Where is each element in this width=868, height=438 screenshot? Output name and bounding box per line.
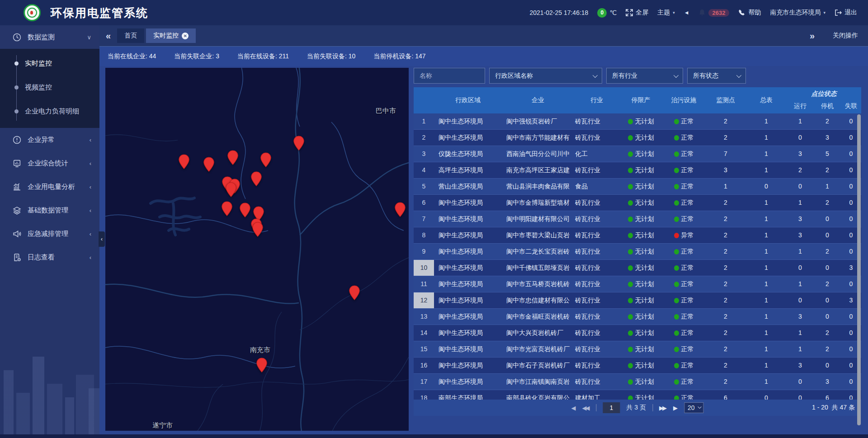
map-marker-pin[interactable] [293,136,305,151]
table-row[interactable]: 17 阆中生态环境局 阆中市江南镇阆南页岩 砖瓦行业 无计划 正常 2 1 0 [414,374,861,390]
name-search-input[interactable]: 名称 [414,68,485,84]
table-row[interactable]: 13 阆中生态环境局 阆中市金福旺页岩机砖 砖瓦行业 无计划 正常 2 1 3 [414,309,861,325]
logout-button[interactable]: 退出 [835,9,857,17]
map-marker-pin[interactable] [221,201,233,217]
pagination-first-icon[interactable]: ◀ [571,405,576,411]
status-dot-green [628,119,633,124]
sidebar-item-base-data-management[interactable]: 基础数据管理 ‹ [0,198,99,222]
app-header: 环保用电监管系统 2021-02-25 17:46:18 0 ℃ 全屏 主题 ▾… [0,0,868,25]
chevron-left-icon: ‹ [90,254,91,261]
pagination-next-icon[interactable]: ▶▶ [659,405,667,411]
table-row[interactable]: 11 阆中生态环境局 阆中市五马桥页岩机砖 砖瓦行业 无计划 正常 2 1 1 [414,276,861,292]
chevron-left-icon: ‹ [90,184,91,190]
map-marker-pin[interactable] [252,222,264,237]
status-dot [674,314,679,320]
fullscreen-icon [626,9,633,16]
table-row[interactable]: 2 阆中生态环境局 阆中市南方节能建材有 砖瓦行业 无计划 正常 2 1 0 [414,130,861,146]
sidebar-item-enterprise-abnormal[interactable]: 企业异常 ‹ [0,128,99,151]
status-dot [674,119,679,124]
map-marker-pin[interactable] [227,150,239,165]
status-dot [674,233,679,238]
status-dot-green [628,265,633,271]
map-marker-pin[interactable] [256,358,268,373]
status-dot [674,135,679,141]
page-size-select[interactable]: 20 [684,402,704,413]
status-select[interactable]: 所有状态 [687,68,746,84]
tab-home[interactable]: 首页 [117,28,144,43]
bottom-edge-strip [0,434,868,438]
close-icon[interactable]: ✕ [182,33,189,39]
close-operations-button[interactable]: 关闭操作 [833,32,858,40]
org-menu[interactable]: 南充市生态环境局 ▾ [770,9,826,17]
table-row[interactable]: 3 仪陇生态环境局 西南油气田分公司川中 化工 无计划 正常 7 1 3 [414,146,861,162]
sidebar-item-video-monitor[interactable]: 视频监控 [0,75,99,99]
divider [652,404,653,411]
chevron-down-icon: ▾ [823,10,826,15]
table-row[interactable]: 9 阆中生态环境局 阆中市二龙长宝页岩砖 砖瓦行业 无计划 正常 2 1 1 [414,244,861,260]
region-select[interactable]: 行政区域名称 [489,68,602,84]
stat-item: 当前失联企业: 3 [174,52,219,61]
status-dot [674,168,679,173]
map-marker-pin[interactable] [239,203,251,218]
page-number-input[interactable]: 1 [603,402,620,413]
sidebar-collapse-handle[interactable]: ‹ [99,231,105,247]
sidebar-item-power-usage-analysis[interactable]: 企业用电量分析 ‹ [0,175,99,198]
chevron-left-icon: ‹ [90,207,91,214]
pagination-last-icon[interactable]: ▶ [673,405,678,411]
chart-icon [13,183,21,191]
fullscreen-button[interactable]: 全屏 [626,9,648,17]
sidebar-item-log-view[interactable]: 日志查看 ‹ [0,245,99,269]
col-running: 运行 [787,99,814,113]
table-row[interactable]: 15 阆中生态环境局 阆中市光富页岩机砖厂 砖瓦行业 无计划 正常 2 1 1 [414,341,861,358]
tab-realtime-monitor[interactable]: 实时监控 ✕ [146,28,196,43]
table-row[interactable]: 8 阆中生态环境局 阆中市枣碧大梁山页岩 砖瓦行业 无计划 异常 2 1 3 [414,227,861,244]
sidebar-item-power-load-detail[interactable]: 企业电力负荷明细 [0,99,99,123]
tabs-scroll-right-icon[interactable]: » [803,31,821,41]
status-dot [674,151,679,157]
stats-board-icon [13,159,21,168]
table-row[interactable]: 4 高坪生态环境局 南充市高坪区王家店建 砖瓦行业 无计划 正常 3 1 2 [414,162,861,179]
map-marker-pin[interactable] [178,154,190,170]
table-row[interactable]: 5 营山生态环境局 营山县润丰肉食品有限 食品 无计划 正常 1 0 0 [414,179,861,195]
table-row[interactable]: 14 阆中生态环境局 阆中大兴页岩机砖厂 砖瓦行业 无计划 正常 2 1 1 [414,325,861,341]
sidebar-item-data-monitoring[interactable]: 数据监测 ∨ [0,25,99,49]
map-marker-pin[interactable] [203,157,215,172]
col-region: 行政区域 [434,87,502,113]
stat-item: 当前在线企业: 44 [108,52,156,61]
sidebar-item-realtime-monitor[interactable]: 实时监控 [0,52,99,75]
sidebar-item-enterprise-statistics[interactable]: 企业综合统计 ‹ [0,151,99,175]
map-city-label: 遂宁市 [152,421,173,430]
table-row[interactable]: 12 阆中生态环境局 阆中市忠信建材有限公 砖瓦行业 无计划 正常 2 1 0 [414,292,861,309]
map-panel[interactable]: 巴中市南充市遂宁市 [105,68,409,431]
notifications[interactable]: 2632 [698,9,730,17]
table-row[interactable]: 16 阆中生态环境局 阆中市石子页岩机砖厂 砖瓦行业 无计划 正常 2 1 3 [414,358,861,374]
table-scrollbar[interactable] [857,114,861,425]
map-city-label: 南充市 [250,346,270,354]
map-marker-pin[interactable] [260,152,272,168]
table-row[interactable]: 6 阆中生态环境局 阆中市金博瑞新型墙材 砖瓦行业 无计划 正常 2 1 1 [414,195,861,211]
sidebar-item-emergency-reduction[interactable]: 应急减排管理 ‹ [0,222,99,245]
divider [596,404,596,411]
status-dot-green [628,379,633,385]
map-marker-pin[interactable] [349,285,360,301]
table-row[interactable]: 18 南部生态环境局 南部县砖化页岩有限公 建材加工 无计划 正常 6 0 0 [414,390,861,400]
map-marker-pin[interactable] [225,182,237,198]
pagination-prev-icon[interactable]: ◀◀ [582,405,590,411]
map-roads-decoration [105,68,409,431]
table-row[interactable]: 10 阆中生态环境局 阆中千佛镇五郎垭页岩 砖瓦行业 无计划 正常 2 1 0 [414,260,861,276]
theme-menu[interactable]: 主题 ▾ [657,9,675,17]
table-row[interactable]: 7 阆中生态环境局 阆中明阳建材有限公司 砖瓦行业 无计划 正常 2 1 3 [414,211,861,227]
tabs-scroll-left-icon[interactable]: « [99,31,117,41]
help-button[interactable]: 帮助 [738,9,761,17]
map-marker-pin[interactable] [250,171,262,187]
table-row[interactable]: 1 阆中生态环境局 阆中强锐页岩砖厂 砖瓦行业 无计划 正常 2 1 1 [414,113,861,130]
status-dot [674,298,679,303]
status-dot [674,379,679,385]
sound-toggle[interactable]: ◄ [684,9,689,16]
col-industry: 行业 [574,87,619,113]
map-marker-pin[interactable] [394,202,406,217]
industry-select[interactable]: 所有行业 [606,68,683,84]
status-dot [674,249,679,254]
col-offline: 失联 [841,99,861,113]
status-dot-green [628,396,633,400]
